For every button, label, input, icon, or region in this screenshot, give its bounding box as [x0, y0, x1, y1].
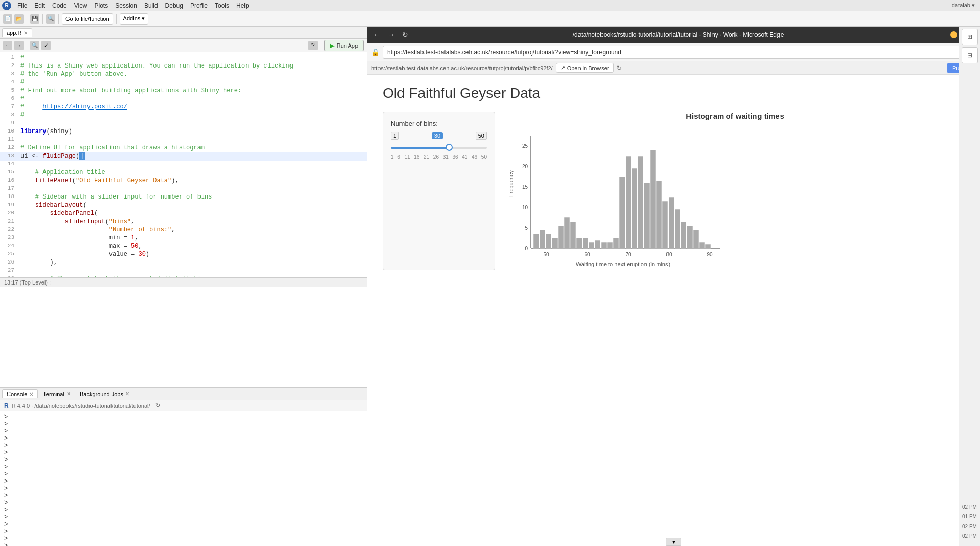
code-line-5: 5 # Find out more about building applica… [0, 87, 367, 95]
go-to-file-button[interactable]: Go to file/function [62, 13, 113, 25]
toolbar: 📄 📂 💾 🔍 Go to file/function Addins ▾ [0, 11, 980, 27]
bottom-panel: Console ✕ Terminal ✕ Background Jobs ✕ R… [0, 387, 367, 546]
svg-rect-27 [650, 150, 656, 248]
console-refresh-icon[interactable]: ↻ [155, 402, 160, 409]
svg-rect-21 [613, 238, 619, 248]
menu-view[interactable]: View [71, 1, 91, 10]
open-in-browser-button[interactable]: ↗ Open in Browser [556, 63, 614, 73]
editor-status-bar: 13:17 (Top Level) : [0, 277, 367, 287]
editor-tab-bar: app.R ✕ [0, 27, 367, 39]
svg-rect-32 [681, 222, 686, 248]
find-icon[interactable]: 🔍 [30, 41, 39, 50]
console-line-16: > [4, 521, 363, 528]
console-close-icon[interactable]: ✕ [29, 391, 33, 397]
console-line-5: > [4, 442, 363, 449]
tick-26: 26 [433, 154, 439, 160]
timestamp-4: 02 PM [961, 532, 978, 540]
slider-container: 1 30 50 1 6 11 16 [391, 132, 487, 160]
plot-title: Histogram of waiting times [505, 112, 965, 120]
menu-session[interactable]: Session [112, 1, 140, 10]
editor-tab-close[interactable]: ✕ [24, 30, 28, 36]
menu-build[interactable]: Build [141, 1, 161, 10]
code-line-21: 21 sliderInput("bins", [0, 218, 367, 226]
code-line-18: 18 # Sidebar with a slider input for num… [0, 193, 367, 202]
svg-rect-17 [589, 242, 594, 248]
tick-1: 1 [391, 154, 394, 160]
bg-jobs-close-icon[interactable]: ✕ [125, 391, 129, 397]
code-line-1: 1 # [0, 54, 367, 62]
code-line-15: 15 # Application title [0, 169, 367, 177]
scroll-down-button[interactable]: ▼ [666, 538, 681, 546]
back-icon[interactable]: ← [3, 41, 12, 50]
svg-text:80: 80 [666, 252, 672, 257]
console-tab-console[interactable]: Console ✕ [2, 389, 38, 398]
search-icon[interactable]: 🔍 [46, 14, 55, 24]
editor-area: app.R ✕ ← → 🔍 ✓ ? ▶ Run App [0, 27, 367, 387]
menu-edit[interactable]: Edit [31, 1, 48, 10]
addins-button[interactable]: Addins ▾ [120, 13, 149, 25]
menu-tools[interactable]: Tools [212, 1, 232, 10]
browser-nav-controls: ← → ↻ [371, 30, 410, 40]
run-app-label: Run App [337, 42, 358, 49]
svg-rect-20 [607, 242, 613, 248]
svg-rect-33 [687, 226, 693, 248]
cursor-position: 13:17 (Top Level) : [4, 279, 51, 286]
svg-rect-8 [533, 234, 539, 248]
console-body[interactable]: > > > > > > > > > > > > > > > > > > > > [0, 411, 367, 546]
console-tab-background-jobs[interactable]: Background Jobs ✕ [76, 390, 133, 398]
console-tab-label-bg-jobs: Background Jobs [80, 391, 123, 397]
svg-rect-35 [699, 242, 705, 248]
browser-back-button[interactable]: ← [371, 30, 383, 40]
menu-plots[interactable]: Plots [92, 1, 112, 10]
svg-rect-28 [656, 181, 662, 248]
browser-forward-button[interactable]: → [386, 30, 397, 40]
browser-refresh-button[interactable]: ↻ [400, 30, 410, 40]
right-sidebar: ⊞ ⊟ 02 PM 01 PM 02 PM 02 PM [959, 27, 980, 546]
open-file-icon[interactable]: 📂 [14, 14, 24, 24]
console-line-13: > [4, 499, 363, 507]
help-icon[interactable]: ? [308, 41, 318, 50]
svg-text:90: 90 [707, 252, 713, 257]
svg-text:70: 70 [625, 252, 631, 257]
menu-file[interactable]: File [14, 1, 30, 10]
sidebar-collapse-icon[interactable]: ⊟ [962, 47, 978, 63]
chevron-down-icon: ▼ [671, 539, 676, 545]
forward-icon[interactable]: → [14, 41, 24, 50]
code-line-28: 28 # Show a plot of the generated distri… [0, 275, 367, 277]
svg-text:5: 5 [525, 225, 528, 231]
shiny-sidebar-panel: Number of bins: 1 30 50 [383, 112, 495, 270]
datalab-badge[interactable]: datalab ▾ [949, 2, 978, 9]
editor-tab-label: app.R [7, 30, 21, 36]
new-file-icon[interactable]: 📄 [3, 14, 12, 24]
console-tab-terminal[interactable]: Terminal ✕ [39, 390, 75, 398]
editor-tab-app-r[interactable]: app.R ✕ [2, 28, 32, 37]
menu-help[interactable]: Help [233, 1, 252, 10]
code-line-19: 19 sidebarLayout( [0, 202, 367, 210]
terminal-close-icon[interactable]: ✕ [66, 391, 71, 397]
browser-minimize-button[interactable] [950, 31, 957, 38]
code-line-4: 4 # [0, 79, 367, 87]
run-app-button[interactable]: ▶ Run App [324, 40, 364, 51]
menu-debug[interactable]: Debug [162, 1, 186, 10]
console-line-1: > [4, 413, 363, 421]
tick-6: 6 [397, 154, 400, 160]
sidebar-expand-icon[interactable]: ⊞ [962, 29, 978, 45]
secondary-refresh-icon[interactable]: ↻ [617, 64, 622, 72]
svg-rect-36 [705, 244, 711, 248]
menu-profile[interactable]: Profile [187, 1, 211, 10]
slider-track[interactable] [391, 142, 487, 152]
code-line-22: 22 "Number of bins:", [0, 226, 367, 234]
save-icon[interactable]: 💾 [30, 14, 39, 24]
browser-urlbar: 🔒 ☆ [367, 43, 980, 61]
spell-check-icon[interactable]: ✓ [41, 41, 51, 50]
svg-rect-11 [552, 238, 558, 248]
svg-rect-24 [632, 168, 637, 248]
open-browser-icon: ↗ [561, 64, 565, 71]
code-editor[interactable]: 1 # 2 # This is a Shiny web application.… [0, 52, 367, 277]
code-line-25: 25 value = 30) [0, 251, 367, 259]
code-line-11: 11 [0, 136, 367, 144]
code-line-10: 10 library(shiny) [0, 128, 367, 136]
code-line-2: 2 # This is a Shiny web application. You… [0, 62, 367, 71]
menu-code[interactable]: Code [49, 1, 70, 10]
url-input[interactable] [383, 46, 964, 59]
